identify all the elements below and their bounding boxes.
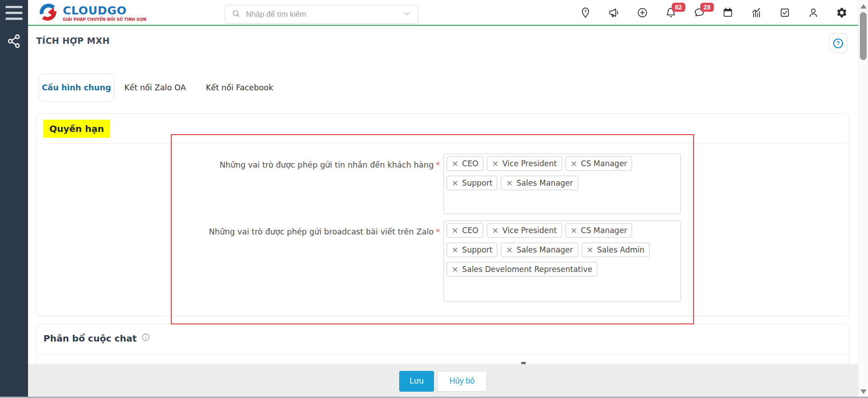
- global-search[interactable]: [225, 5, 418, 24]
- cancel-button[interactable]: Hủy bỏ: [437, 371, 487, 392]
- roles-send-message-field[interactable]: ×CEO×Vice President×CS Manager×Support×S…: [443, 154, 681, 214]
- share-icon[interactable]: [6, 33, 22, 51]
- role-tag: ×Sales Manager: [501, 176, 578, 190]
- search-input[interactable]: [245, 9, 398, 19]
- remove-tag-icon[interactable]: ×: [452, 246, 458, 254]
- field-label: Những vai trò được phép gửi tin nhắn đến…: [37, 154, 440, 171]
- analytics-icon[interactable]: [750, 7, 762, 19]
- role-tag: ×Vice President: [487, 223, 562, 238]
- tab-facebook-connection[interactable]: Kết nối Facebook: [196, 74, 283, 102]
- permissions-card: Quyền hạn Những vai trò được phép gửi ti…: [36, 113, 849, 316]
- location-question-icon[interactable]: ?: [580, 7, 591, 19]
- app-root: CLOUDGO GIẢI PHÁP CHUYỂN ĐỔI SỐ TINH GỌN…: [0, 0, 868, 398]
- chevron-down-icon[interactable]: [402, 9, 411, 20]
- remove-tag-icon[interactable]: ×: [452, 179, 458, 187]
- messages-chat-icon[interactable]: 28: [693, 7, 705, 19]
- tab-zalo-oa-connection[interactable]: Kết nối Zalo OA: [114, 74, 196, 102]
- field-label: Những vai trò được phép gửi broadcast bà…: [37, 220, 440, 238]
- cloudgo-logo[interactable]: CLOUDGO GIẢI PHÁP CHUYỂN ĐỔI SỐ TINH GỌN: [38, 2, 146, 24]
- tasks-icon[interactable]: [779, 7, 791, 19]
- cloudgo-logo-icon: [38, 2, 59, 24]
- svg-text:?: ?: [836, 40, 840, 47]
- notifications-bell-icon[interactable]: 82: [665, 7, 677, 19]
- section-title-permissions: Quyền hạn: [43, 120, 110, 138]
- required-asterisk: *: [436, 227, 440, 236]
- sidebar: [0, 0, 28, 398]
- remove-tag-icon[interactable]: ×: [452, 226, 458, 234]
- help-button[interactable]: ?: [829, 33, 847, 53]
- menu-icon[interactable]: [5, 6, 23, 23]
- tab-bar: Cấu hình chungKết nối Zalo OAKết nối Fac…: [38, 74, 283, 102]
- count-badge: 28: [700, 3, 714, 12]
- remove-tag-icon[interactable]: ×: [506, 246, 513, 254]
- role-tag: ×CS Manager: [566, 223, 632, 238]
- settings-gear-icon[interactable]: [836, 7, 848, 19]
- remove-tag-icon[interactable]: ×: [492, 159, 499, 168]
- section-divider: [37, 143, 849, 144]
- action-footer: Lưu Hủy bỏ: [28, 364, 858, 398]
- megaphone-icon[interactable]: [608, 7, 620, 19]
- role-tag: ×Support: [447, 176, 497, 190]
- role-tag: ×Sales Manager: [501, 243, 578, 257]
- user-icon[interactable]: [807, 7, 819, 19]
- role-tag: ×Sales Develoment Representative: [447, 262, 597, 276]
- remove-tag-icon[interactable]: ×: [571, 226, 577, 234]
- scroll-down-arrow-icon[interactable]: [860, 389, 867, 394]
- tab-general-config[interactable]: Cấu hình chung: [38, 74, 114, 102]
- page-title-bar: TÍCH HỢP MXH ?: [28, 26, 858, 56]
- search-icon: [231, 9, 241, 20]
- main-content: Cấu hình chungKết nối Zalo OAKết nối Fac…: [28, 55, 858, 398]
- required-asterisk: *: [436, 160, 440, 169]
- header-icon-row: ?8228: [580, 0, 848, 25]
- remove-tag-icon[interactable]: ×: [587, 246, 594, 254]
- roles-broadcast-zalo-field[interactable]: ×CEO×Vice President×CS Manager×Support×S…: [443, 220, 681, 302]
- logo-name: CLOUDGO: [63, 5, 146, 16]
- form-row: Những vai trò được phép gửi broadcast bà…: [37, 220, 681, 302]
- remove-tag-icon[interactable]: ×: [571, 159, 577, 168]
- svg-text:?: ?: [584, 9, 587, 14]
- remove-tag-icon[interactable]: ×: [452, 265, 458, 273]
- remove-tag-icon[interactable]: ×: [492, 226, 499, 234]
- role-tag: ×CS Manager: [566, 156, 632, 171]
- form-row: Những vai trò được phép gửi tin nhắn đến…: [37, 154, 681, 214]
- remove-tag-icon[interactable]: ×: [452, 159, 458, 168]
- count-badge: 82: [672, 3, 685, 12]
- add-icon[interactable]: [637, 7, 648, 19]
- vertical-scrollbar[interactable]: [858, 0, 868, 398]
- top-header: CLOUDGO GIẢI PHÁP CHUYỂN ĐỔI SỐ TINH GỌN…: [28, 0, 858, 26]
- remove-tag-icon[interactable]: ×: [506, 179, 513, 187]
- section-title-chat-allocation: Phân bổ cuộc chat: [43, 333, 137, 344]
- scroll-up-arrow-icon[interactable]: [860, 4, 867, 9]
- page-title: TÍCH HỢP MXH: [36, 36, 110, 46]
- role-tag: ×Sales Admin: [582, 243, 650, 257]
- logo-tagline: GIẢI PHÁP CHUYỂN ĐỔI SỐ TINH GỌN: [63, 18, 146, 22]
- scrollbar-thumb[interactable]: [860, 12, 867, 60]
- calendar-icon[interactable]: [722, 7, 734, 19]
- role-tag: ×Support: [447, 243, 497, 257]
- role-tag: ×CEO: [447, 223, 483, 238]
- section-divider: [37, 354, 849, 355]
- save-button[interactable]: Lưu: [399, 371, 434, 392]
- role-tag: ×CEO: [447, 156, 483, 171]
- info-icon[interactable]: [141, 332, 151, 344]
- role-tag: ×Vice President: [487, 156, 562, 171]
